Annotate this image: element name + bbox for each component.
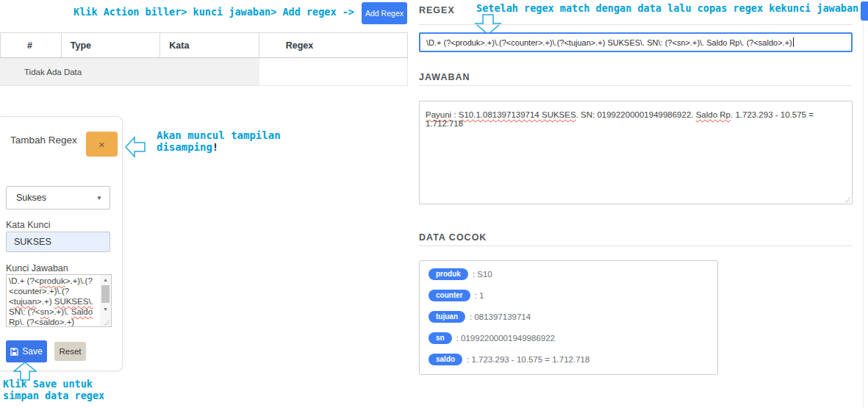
close-icon: × [98,138,105,151]
match-row: counter : 1 [428,289,709,302]
annotation-line: Akan muncul tampilan [157,129,281,141]
empty-state-text: Tidak Ada Data [0,58,259,85]
regex-type-select[interactable]: Sukses ▼ [6,186,110,210]
match-row: produk : S10 [428,268,709,281]
table-row: Tidak Ada Data [0,58,408,86]
match-key-badge: saldo [428,354,462,365]
text-segment: >.+) [37,297,54,306]
jawaban-section-heading: JAWABAN [419,72,470,82]
column-header-type: Type [62,33,160,57]
match-value: : 1 [475,291,484,300]
regex-type-selected-value: Sukses [16,193,46,203]
text-segment: >.+)\. [49,307,71,316]
save-button[interactable]: Save [6,340,47,362]
text-segment: >.+)\.(? [65,276,93,285]
save-button-label: Save [22,346,42,357]
match-value: : 1.723.293 - 10.575 = 1.712.718 [467,355,589,364]
modal-title: Tambah Regex [10,135,77,146]
match-value: : 01992200001949986922 [456,334,555,343]
resize-grip-icon[interactable] [104,319,110,326]
page-root: Klik Action biller> kunci jawaban> Add r… [0,0,868,408]
match-key-badge: counter [428,290,470,301]
add-regex-button[interactable]: Add Regex [362,2,407,24]
text-segment: <counter>.+)\.(? [9,287,69,296]
text-segment: SN\: (?< [9,307,40,316]
text-segment: saldo [39,318,60,326]
tambah-regex-modal: Tambah Regex × Sukses ▼ Kata Kunci Kunci… [0,116,123,371]
column-header-kata: Kata [160,33,259,57]
textarea-line: SN\: (?<sn>.+)\. Saldo [9,307,98,317]
text-segment: \D.+ (?< [9,276,40,285]
data-cocok-section-heading: DATA COCOK [419,232,487,243]
annotation-copy-regex: Setelah regex match dengan data lalu cop… [476,2,858,14]
jawaban-textarea[interactable]: Payuni : S10.1.081397139714 SUKSES. SN: … [419,101,853,204]
jawaban-text: Payuni : S10.1.081397139714 SUKSES. SN: … [426,110,846,128]
text-segment: >.+) [60,318,74,326]
annotation-add-regex: Klik Action biller> kunci jawaban> Add r… [73,6,354,18]
text-segment: tujuan [14,297,37,306]
resize-grip-icon[interactable] [844,196,851,203]
chevron-down-icon: ▼ [96,195,102,201]
kata-kunci-input[interactable] [6,232,110,252]
scrollbar-thumb[interactable] [101,285,110,303]
regex-table-header: # Type Kata Regex [0,32,408,58]
kata-kunci-label: Kata Kunci [6,220,50,230]
kunci-jawaban-textarea[interactable]: \D.+ (?<produk>.+)\.(?<counter>.+)\.(?<t… [6,274,112,327]
match-key-badge: sn [428,332,452,344]
text-segment: : [451,110,459,119]
textarea-line: <counter>.+)\.(? [9,286,98,296]
text-segment: Payuni [426,110,451,119]
kunci-jawaban-text: \D.+ (?<produk>.+)\.(?<counter>.+)\.(?<t… [9,276,98,327]
text-caret [793,37,794,47]
reset-button[interactable]: Reset [54,342,86,361]
text-segment: Rp\. [9,318,24,326]
annotation-click-save: Klik Save untuk simpan data regex [3,378,104,401]
match-key-badge: tujuan [428,311,465,323]
annotation-line: Klik Save untuk [3,378,104,390]
scroll-up-icon[interactable]: ▲ [100,275,111,284]
annotation-modal-appears: Akan muncul tampilan disamping! [157,129,281,153]
text-segment: S10.1.081397139714 SUKSES [459,110,576,119]
cutoff-button[interactable] [861,1,868,21]
kunci-jawaban-label: Kunci Jawaban [6,263,68,273]
divider [419,24,853,25]
text-segment: sn [40,307,49,316]
regex-table: # Type Kata Regex Tidak Ada Data [0,32,408,86]
empty-regex-cell [259,58,408,85]
match-row: saldo : 1.723.293 - 10.575 = 1.712.718 [428,353,709,366]
panel-edge-divider [863,0,864,408]
regex-pattern-value: \D.+ (?<produk>.+)\.(?<counter>.+)\.(?<t… [426,38,792,47]
text-segment: (?< [24,318,39,326]
divider [419,246,853,246]
text-segment: < [9,297,14,306]
textarea-line: \D.+ (?<produk>.+)\.(? [9,276,98,286]
match-row: sn : 01992200001949986922 [428,332,709,345]
column-header-number: # [1,33,62,57]
scroll-down-icon[interactable]: ▼ [100,304,111,314]
divider [419,85,853,86]
textarea-line: <tujuan>.+) SUKSES\. [9,296,98,307]
textarea-line: Rp\. (?<saldo>.+) [9,317,98,327]
match-value: : 081397139714 [470,312,531,321]
text-segment: . SN: 01992200001949986922. [576,110,696,119]
close-button[interactable]: × [86,132,118,157]
regex-section-heading: REGEX [419,5,455,15]
floppy-disk-icon [10,348,18,356]
column-header-regex: Regex [259,33,407,57]
annotation-line: disamping! [157,141,281,153]
match-key-badge: produk [428,268,468,280]
arrow-left-icon [125,135,146,159]
match-value: : S10 [473,270,492,279]
match-row: tujuan : 081397139714 [428,310,709,323]
text-segment: SUKSES\. [54,297,93,306]
data-cocok-box: produk : S10counter : 1tujuan : 08139713… [419,260,718,375]
annotation-line: simpan data regex [3,390,104,401]
regex-pattern-input[interactable]: \D.+ (?<produk>.+)\.(?<counter>.+)\.(?<t… [419,32,853,52]
text-segment: produk [40,276,65,285]
text-segment: Saldo [71,307,93,316]
text-segment: Saldo Rp [696,110,731,119]
